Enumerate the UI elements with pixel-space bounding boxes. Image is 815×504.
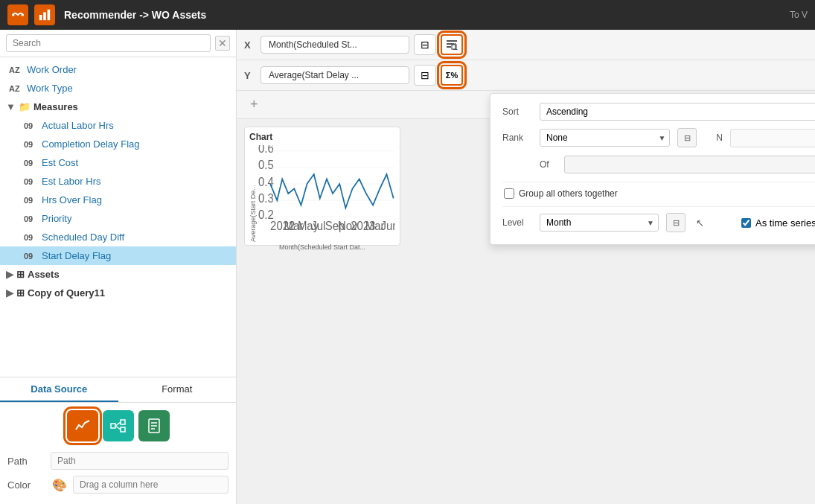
svg-text:0.3: 0.3: [258, 191, 274, 205]
level-and-time-row: Level Month Day Year Quarter Week ▼ ⊟ ↖: [502, 213, 815, 232]
sidebar-item-label: Work Order: [27, 64, 77, 75]
document-icon-button[interactable]: [138, 410, 170, 441]
topbar-right-text: To V: [790, 10, 808, 20]
group-others-row: Group all others together: [504, 188, 815, 199]
y-axis-filter-button[interactable]: ⊟: [414, 65, 436, 86]
type-badge-09: 09: [24, 196, 37, 205]
chart-inner: Average(Start De... 0.6 0.5 0.4 0.3 0.2: [249, 145, 395, 242]
sort-dropdown-overlay: ✓ Sort Ascending Descending ▼ Rank None: [490, 93, 815, 245]
level-select[interactable]: Month Day Year Quarter Week: [540, 214, 659, 232]
type-badge-az2: AZ: [9, 84, 22, 93]
sidebar-item-start-delay-flag[interactable]: 09 Start Delay Flag: [0, 246, 236, 265]
sidebar-item-scheduled-day-diff[interactable]: 09 Scheduled Day Diff: [0, 228, 236, 246]
sort-row: Sort Ascending Descending ▼: [502, 103, 815, 121]
svg-text:Jul: Jul: [311, 220, 325, 233]
add-axis-button[interactable]: +: [244, 95, 264, 114]
color-label: Color: [7, 479, 45, 491]
svg-text:0.5: 0.5: [258, 159, 274, 172]
x-axis-label: X: [244, 39, 256, 51]
tab-format[interactable]: Format: [118, 377, 237, 402]
n-input[interactable]: [730, 129, 815, 147]
path-label: Path: [7, 456, 45, 467]
cursor-icon: ↖: [696, 217, 704, 229]
expand-icon: ▼: [6, 101, 16, 112]
sidebar-item-work-order[interactable]: AZ Work Order: [0, 60, 236, 79]
type-badge-09: 09: [24, 214, 37, 223]
group-others-checkbox[interactable]: [504, 188, 514, 199]
sidebar-tabs: Data Source Format: [0, 377, 236, 403]
x-axis-sort-button[interactable]: 12: [441, 34, 463, 55]
line-chart-icon-button[interactable]: [67, 410, 98, 441]
type-badge-09: 09: [24, 252, 37, 261]
topbar: Recommender -> WO Assets To V: [0, 0, 815, 30]
level-select-wrapper: Month Day Year Quarter Week ▼: [540, 214, 659, 232]
table-icon: ⊞: [16, 269, 25, 280]
type-badge-09: 09: [24, 140, 37, 149]
type-badge-09: 09: [24, 177, 37, 186]
y-axis-sigma-button[interactable]: Σ%: [441, 65, 463, 86]
svg-text:Jun: Jun: [380, 220, 395, 233]
sidebar-item-label: Actual Labor Hrs: [42, 120, 114, 131]
of-select[interactable]: [564, 156, 815, 173]
svg-text:12: 12: [453, 41, 458, 51]
of-select-wrapper: ▼: [564, 156, 815, 173]
chart-y-axis-label: Average(Start De...: [249, 145, 257, 242]
x-axis-value[interactable]: Month(Scheduled St...: [261, 36, 409, 54]
sidebar-item-label: Est Labor Hrs: [42, 176, 100, 187]
sidebar-group-copy-query11[interactable]: ▶ ⊞ Copy of Query11: [0, 284, 236, 302]
rank-select[interactable]: None Top Bottom: [540, 129, 670, 147]
tab-data-source[interactable]: Data Source: [0, 377, 118, 402]
y-axis-row: Y Average(Start Delay ... ⊟ Σ%: [237, 60, 815, 91]
svg-point-0: [12, 13, 15, 16]
as-time-series-row: As time series: [741, 217, 815, 229]
color-input[interactable]: [73, 476, 228, 494]
sidebar-item-priority[interactable]: 09 Priority: [0, 209, 236, 228]
sidebar-item-actual-labor-hrs[interactable]: 09 Actual Labor Hrs: [0, 116, 236, 135]
sidebar-group-assets[interactable]: ▶ ⊞ Assets: [0, 265, 236, 284]
tree-chart-icon-button[interactable]: [103, 410, 134, 441]
rank-select-wrapper: None Top Bottom ▼: [540, 129, 670, 147]
group-label: Copy of Query11: [28, 287, 105, 299]
type-badge-09: 09: [24, 159, 37, 168]
search-bar: ✕: [0, 30, 236, 57]
chart-nav-icon[interactable]: [34, 4, 55, 25]
search-clear-button[interactable]: ✕: [215, 36, 230, 51]
sidebar-group-measures[interactable]: ▼ 📁 Measures: [0, 98, 236, 116]
of-label: Of: [540, 159, 549, 170]
divider1: [502, 182, 815, 182]
as-time-series-label: As time series: [755, 217, 815, 229]
svg-rect-2: [39, 15, 42, 20]
table-icon2: ⊞: [16, 287, 25, 299]
sidebar-item-label: Est Cost: [42, 157, 78, 168]
sidebar-item-hrs-over-flag[interactable]: 09 Hrs Over Flag: [0, 191, 236, 209]
path-input[interactable]: [51, 452, 228, 470]
y-axis-value[interactable]: Average(Start Delay ...: [261, 66, 409, 84]
sidebar-item-label: Scheduled Day Diff: [42, 232, 124, 243]
level-label: Level: [502, 217, 532, 228]
sidebar-item-completion-delay-flag[interactable]: 09 Completion Delay Flag: [0, 135, 236, 153]
svg-rect-7: [121, 427, 125, 432]
sidebar-item-label: Completion Delay Flag: [42, 138, 140, 150]
sort-select[interactable]: Ascending Descending: [540, 103, 815, 121]
right-panel: X Month(Scheduled St... ⊟ 12 Y Average(S…: [237, 30, 815, 504]
rank-edit-button[interactable]: ⊟: [677, 128, 697, 147]
sidebar-item-est-cost[interactable]: 09 Est Cost: [0, 153, 236, 172]
expand-icon: ▶: [6, 269, 13, 280]
svg-rect-16: [447, 46, 451, 48]
app-logo: [7, 4, 28, 25]
main-content: ✕ AZ Work Order AZ Work Type ▼ 📁 Measure…: [0, 30, 815, 504]
page-title: Recommender -> WO Assets: [64, 9, 206, 21]
level-edit-button[interactable]: ⊟: [666, 213, 685, 232]
x-axis-filter-button[interactable]: ⊟: [414, 34, 436, 55]
sidebar-item-est-labor-hrs[interactable]: 09 Est Labor Hrs: [0, 172, 236, 191]
svg-line-8: [115, 422, 121, 426]
type-badge-09: 09: [24, 121, 37, 130]
group-others-label: Group all others together: [519, 188, 618, 199]
as-time-series-checkbox[interactable]: [741, 218, 751, 228]
divider2: [502, 206, 815, 207]
sidebar-item-work-type[interactable]: AZ Work Type: [0, 79, 236, 98]
search-input[interactable]: [6, 34, 211, 52]
type-badge-az: AZ: [9, 66, 22, 74]
chart-container: Chart Average(Start De... 0.6 0.5 0.4 0.…: [244, 127, 400, 246]
rank-row: Rank None Top Bottom ▼ ⊟ N ⊟: [502, 128, 815, 147]
